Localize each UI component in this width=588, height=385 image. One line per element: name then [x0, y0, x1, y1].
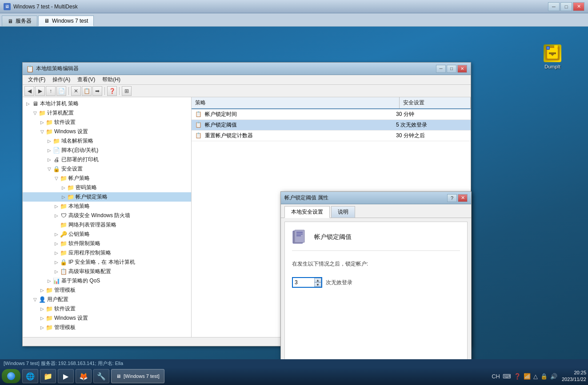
policy-row-locktime[interactable]: 📋 帐户锁定时间 30 分钟	[192, 109, 471, 120]
tree-item-lockout[interactable]: ▷ 📁 帐户锁定策略	[23, 192, 191, 202]
expander-ipsec[interactable]: ▷	[53, 259, 60, 266]
menu-view[interactable]: 查看(V)	[74, 75, 99, 84]
props-tab-local-security[interactable]: 本地安全设置	[284, 206, 330, 218]
gpe-close-button[interactable]: ✕	[457, 65, 467, 73]
menu-file[interactable]: 文件(F)	[24, 75, 49, 84]
tree-item-slimit[interactable]: ▷ 📁 软件限制策略	[23, 239, 191, 248]
tab-server[interactable]: 🖥 服务器	[2, 16, 37, 26]
expander-local-policy[interactable]: ▷	[53, 203, 60, 210]
systray-keyboard[interactable]: ⌨	[503, 373, 511, 380]
systray-ch[interactable]: CH	[492, 373, 500, 380]
taskbar-ie-button[interactable]: 🌐	[22, 369, 38, 383]
policy-row-lockthreshold[interactable]: 📋 帐户锁定阈值 5 次无效登录	[192, 120, 471, 131]
taskbar-media-button[interactable]: ▶	[58, 369, 74, 383]
expander-scripts[interactable]: ▷	[46, 147, 53, 154]
tree-item-pubkey[interactable]: ▷ 🔑 公钥策略	[23, 230, 191, 239]
spin-down[interactable]: ▼	[314, 282, 321, 287]
systray-up-arrow[interactable]: △	[533, 373, 538, 380]
systray-network-icon[interactable]: 📶	[524, 373, 531, 380]
expander-firewall[interactable]: ▷	[53, 212, 60, 219]
system-clock[interactable]: 20:25 2023/11/22	[562, 369, 586, 383]
expander-applocker[interactable]: ▷	[53, 250, 60, 257]
toolbar-export[interactable]: ➡	[92, 86, 102, 96]
tree-item-software2[interactable]: ▷ 📁 软件设置	[23, 304, 191, 314]
expander-winsettings2[interactable]: ▷	[39, 315, 46, 322]
close-button[interactable]: ✕	[573, 2, 584, 11]
menu-action[interactable]: 操作(A)	[49, 75, 74, 84]
tree-item-winsettings[interactable]: ▽ 📁 Windows 设置	[23, 127, 191, 136]
col-header-strategy[interactable]: 策略	[192, 97, 400, 108]
expander-slimit[interactable]: ▷	[53, 240, 60, 247]
taskbar-firefox-button[interactable]: 🦊	[76, 369, 92, 383]
systray-help[interactable]: ❓	[514, 373, 521, 380]
expander-lockout[interactable]: ▷	[60, 194, 67, 201]
tree-item-account-policy[interactable]: ▽ 📁 帐户策略	[23, 174, 191, 183]
menu-help[interactable]: 帮助(H)	[99, 75, 124, 84]
tree-item-audit[interactable]: ▷ 📋 高级审核策略配置	[23, 267, 191, 276]
desktop-icon-dumpit[interactable]: DumpIt	[544, 44, 561, 69]
expander-netlist[interactable]	[53, 222, 60, 229]
tree-item-admintmpl1[interactable]: ▷ 📁 管理模板	[23, 286, 191, 295]
toolbar-show-hide[interactable]: 📄	[56, 86, 66, 96]
tree-item-scripts[interactable]: ▷ 📄 脚本(启动/关机)	[23, 146, 191, 155]
tree-item-password[interactable]: ▷ 📁 密码策略	[23, 183, 191, 192]
tree-item-firewall[interactable]: ▷ 🛡 高级安全 Windows 防火墙	[23, 211, 191, 220]
toolbar-properties[interactable]: 📋	[82, 86, 92, 96]
tree-item-applocker[interactable]: ▷ 📁 应用程序控制策略	[23, 248, 191, 258]
expander-qos[interactable]: ▷	[46, 278, 53, 285]
expander-password[interactable]: ▷	[60, 184, 67, 191]
tree-item-admintmpl2[interactable]: ▷ 📁 管理模板	[23, 323, 191, 332]
tree-panel[interactable]: ▷ 🖥 本地计算机 策略 ▽ 📁 计算机配置 ▷ 📁 软件	[23, 97, 192, 346]
toolbar-help[interactable]: ❓	[107, 86, 117, 96]
systray-security-icon[interactable]: 🔒	[540, 373, 548, 380]
gpe-minimize-button[interactable]: ─	[436, 65, 446, 73]
expander-userconfig[interactable]: ▽	[32, 296, 39, 303]
tree-item-security[interactable]: ▽ 🔒 安全设置	[23, 164, 191, 174]
maximize-button[interactable]: □	[560, 2, 572, 11]
expander-admintmpl1[interactable]: ▷	[39, 287, 46, 294]
toolbar-extra[interactable]: ⊞	[122, 86, 132, 96]
props-help-button[interactable]: ?	[447, 194, 457, 202]
tab-win7test[interactable]: 🖥 Windows 7 test	[38, 16, 94, 26]
systray-volume-icon[interactable]: 🔊	[550, 373, 557, 380]
props-tab-explanation[interactable]: 说明	[331, 206, 355, 218]
spin-up[interactable]: ▲	[314, 278, 321, 282]
taskbar-tools-button[interactable]: 🔧	[93, 369, 109, 383]
expander-software1[interactable]: ▷	[39, 119, 46, 126]
expander-winsettings[interactable]: ▽	[39, 128, 46, 135]
taskbar-active-window[interactable]: 🖥 [Windows 7 test]	[111, 369, 164, 383]
toolbar-forward[interactable]: ▶	[35, 86, 45, 96]
tree-item-root[interactable]: ▷ 🖥 本地计算机 策略	[23, 99, 191, 108]
expander-admintmpl2[interactable]: ▷	[39, 324, 46, 331]
policy-row-resetcount[interactable]: 📋 重置帐户锁定计数器 30 分钟之后	[192, 131, 471, 141]
tree-item-userconfig[interactable]: ▽ 👤 用户配置	[23, 295, 191, 304]
gpe-restore-button[interactable]: □	[447, 65, 456, 73]
toolbar-back[interactable]: ◀	[24, 86, 34, 96]
expander-root[interactable]: ▷	[24, 100, 32, 107]
expander-computer[interactable]: ▽	[32, 110, 39, 117]
expander-audit[interactable]: ▷	[53, 268, 60, 275]
minimize-button[interactable]: ─	[548, 2, 560, 11]
toolbar-up[interactable]: ↑	[46, 86, 56, 96]
toolbar-delete[interactable]: ✕	[71, 86, 81, 96]
col-header-security[interactable]: 安全设置	[400, 97, 471, 108]
expander-printers[interactable]: ▷	[46, 156, 53, 163]
lockout-threshold-input[interactable]	[293, 278, 314, 287]
tree-item-winsettings2[interactable]: ▷ 📁 Windows 设置	[23, 314, 191, 323]
expander-dns[interactable]: ▷	[46, 138, 53, 145]
expander-pubkey[interactable]: ▷	[53, 231, 60, 238]
expander-software2[interactable]: ▷	[39, 306, 46, 313]
tree-item-computer[interactable]: ▽ 📁 计算机配置	[23, 108, 191, 118]
tree-item-software1[interactable]: ▷ 📁 软件设置	[23, 118, 191, 127]
taskbar-explorer-button[interactable]: 📁	[40, 369, 56, 383]
expander-account-policy[interactable]: ▽	[53, 175, 60, 182]
tree-item-netlist[interactable]: 📁 网络列表管理器策略	[23, 220, 191, 230]
tree-item-local-policy[interactable]: ▷ 📁 本地策略	[23, 202, 191, 211]
tree-item-ipsec[interactable]: ▷ 🔒 IP 安全策略，在 本地计算机	[23, 258, 191, 267]
props-close-button[interactable]: ✕	[458, 194, 468, 202]
start-button[interactable]	[2, 369, 20, 383]
expander-security[interactable]: ▽	[46, 166, 53, 173]
tree-item-qos[interactable]: ▷ 📊 基于策略的 QoS	[23, 276, 191, 286]
tree-item-dns[interactable]: ▷ 📁 域名解析策略	[23, 136, 191, 146]
tree-item-printers[interactable]: ▷ 🖨 已部署的打印机	[23, 155, 191, 164]
